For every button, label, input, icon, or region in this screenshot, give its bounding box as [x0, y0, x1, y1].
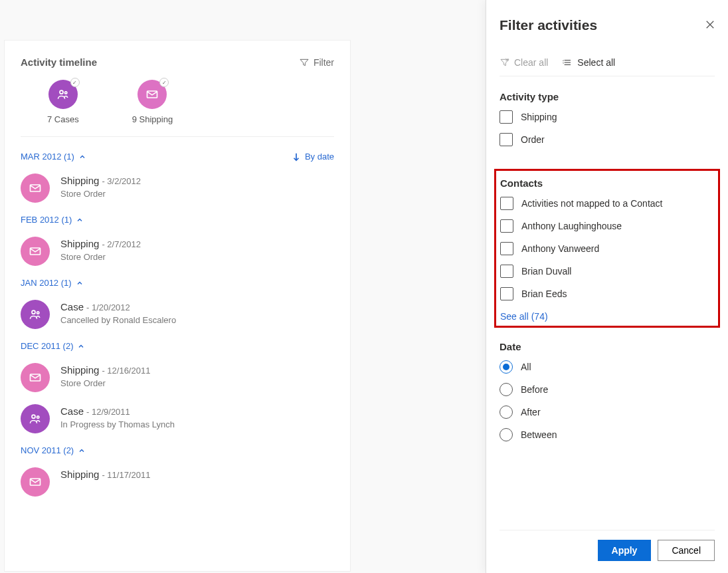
summary-icon-circle: ✓ [137, 80, 167, 109]
summary-item[interactable]: ✓7 Cases [47, 80, 79, 124]
contact-checkbox[interactable]: Activities not mapped to a Contact [500, 197, 714, 210]
sort-label: By date [305, 152, 334, 162]
activity-text: Shipping - 12/16/2011Store Order [60, 363, 150, 388]
sort-by-date-button[interactable]: By date [292, 152, 334, 162]
group-toggle[interactable]: FEB 2012 (1) [21, 215, 84, 225]
see-all-contacts-link[interactable]: See all (74) [500, 311, 548, 322]
date-radio-all[interactable]: All [500, 360, 715, 374]
activity-item[interactable]: Shipping - 12/16/2011Store Order [21, 363, 334, 392]
date-heading: Date [500, 341, 715, 352]
group-header-row: JAN 2012 (1) [21, 278, 334, 288]
radio-label: Before [521, 384, 548, 395]
arrow-down-icon [292, 152, 301, 162]
filter-panel: Filter activities Clear all Select all A… [486, 0, 728, 573]
activity-text: Shipping - 2/7/2012Store Order [60, 237, 141, 262]
panel-header: Filter activities [500, 17, 715, 33]
radio-label: After [521, 407, 541, 417]
svg-point-0 [60, 90, 63, 94]
summary-label: 9 Shipping [132, 114, 173, 124]
activity-subtitle: Cancelled by Ronald Escalero [60, 315, 176, 325]
activity-subtitle: Store Order [60, 252, 141, 262]
activity-text: Shipping - 11/17/2011 [60, 467, 150, 483]
filter-button[interactable]: Filter [299, 57, 334, 68]
chevron-up-icon [76, 216, 84, 224]
checkbox-icon [500, 265, 513, 278]
radio-icon [500, 428, 513, 441]
timeline-header: Activity timeline Filter [21, 57, 334, 68]
apply-button[interactable]: Apply [598, 540, 652, 561]
chevron-up-icon [78, 447, 86, 455]
mail-icon [21, 363, 50, 392]
activity-type-heading: Activity type [500, 91, 715, 102]
activity-type: Shipping [60, 175, 99, 186]
date-radio-after[interactable]: After [500, 405, 715, 419]
activity-type: Shipping [60, 469, 99, 480]
summary-item[interactable]: ✓9 Shipping [132, 80, 173, 124]
panel-footer: Apply Cancel [500, 530, 715, 573]
activity-date: - 12/16/2011 [102, 366, 150, 376]
checkbox-label: Order [521, 134, 545, 145]
group-toggle[interactable]: DEC 2011 (2) [21, 341, 85, 351]
contact-checkbox[interactable]: Anthony Laughinghouse [500, 219, 714, 233]
contacts-list: Activities not mapped to a ContactAnthon… [500, 197, 714, 300]
contact-checkbox[interactable]: Brian Duvall [500, 265, 714, 278]
clear-all-button[interactable]: Clear all [500, 57, 548, 68]
activity-text: Case - 12/9/2011In Progress by Thomas Ly… [60, 404, 175, 429]
activity-date: - 12/9/2011 [86, 407, 130, 417]
activity-date: - 11/17/2011 [102, 470, 150, 480]
date-radio-between[interactable]: Between [500, 428, 715, 441]
mail-icon [21, 173, 50, 203]
activity-type: Case [60, 301, 84, 312]
radio-label: All [521, 362, 531, 372]
panel-title: Filter activities [500, 17, 597, 33]
timeline-title: Activity timeline [21, 57, 97, 68]
date-radio-before[interactable]: Before [500, 383, 715, 396]
activity-type: Shipping [60, 238, 99, 249]
svg-point-1 [64, 92, 66, 94]
checkbox-label: Shipping [521, 112, 557, 122]
filter-toolbar: Clear all Select all [500, 57, 715, 76]
activity-item[interactable]: Case - 1/20/2012Cancelled by Ronald Esca… [21, 300, 334, 329]
checkbox-label: Activities not mapped to a Contact [521, 198, 662, 209]
group-toggle[interactable]: NOV 2011 (2) [21, 445, 86, 455]
activity-subtitle: Store Order [60, 378, 150, 388]
activity-item[interactable]: Case - 12/9/2011In Progress by Thomas Ly… [21, 404, 334, 433]
group-toggle[interactable]: MAR 2012 (1) [21, 152, 86, 162]
funnel-icon [299, 57, 310, 68]
date-options-list: AllBeforeAfterBetween [500, 360, 715, 451]
checkbox-icon [500, 219, 513, 233]
group-label-text: MAR 2012 (1) [21, 152, 74, 162]
activity-type-list: ShippingOrder [500, 110, 715, 156]
select-all-button[interactable]: Select all [563, 57, 615, 68]
activity-type-checkbox[interactable]: Order [500, 133, 715, 146]
cancel-button[interactable]: Cancel [658, 540, 715, 561]
group-label-text: NOV 2011 (2) [21, 445, 74, 455]
person-icon [21, 300, 50, 329]
checkbox-label: Brian Eeds [521, 288, 567, 299]
clear-filter-icon [500, 57, 510, 68]
radio-icon [500, 383, 513, 396]
activity-date: - 2/7/2012 [102, 239, 141, 249]
close-button[interactable] [705, 20, 715, 31]
person-icon [21, 404, 50, 433]
summary-label: 7 Cases [47, 114, 79, 124]
activity-item[interactable]: Shipping - 2/7/2012Store Order [21, 237, 334, 266]
mail-icon [21, 467, 50, 497]
activity-item[interactable]: Shipping - 11/17/2011 [21, 467, 334, 497]
activity-item[interactable]: Shipping - 3/2/2012Store Order [21, 173, 334, 203]
activity-timeline-panel: Activity timeline Filter ✓7 Cases✓9 Ship… [4, 40, 351, 572]
group-toggle[interactable]: JAN 2012 (1) [21, 278, 84, 288]
group-label-text: JAN 2012 (1) [21, 278, 72, 288]
svg-point-8 [32, 415, 35, 418]
clear-all-label: Clear all [514, 57, 548, 68]
filter-label: Filter [314, 57, 334, 68]
checkbox-label: Brian Duvall [521, 266, 571, 277]
contact-checkbox[interactable]: Brian Eeds [500, 287, 714, 300]
svg-point-5 [32, 310, 35, 314]
chevron-up-icon [77, 342, 85, 350]
summary-icon-circle: ✓ [48, 80, 78, 109]
activity-type-checkbox[interactable]: Shipping [500, 110, 715, 124]
activity-date: - 1/20/2012 [86, 302, 130, 312]
contact-checkbox[interactable]: Anthony Vanweerd [500, 242, 714, 255]
chevron-up-icon [78, 153, 86, 161]
